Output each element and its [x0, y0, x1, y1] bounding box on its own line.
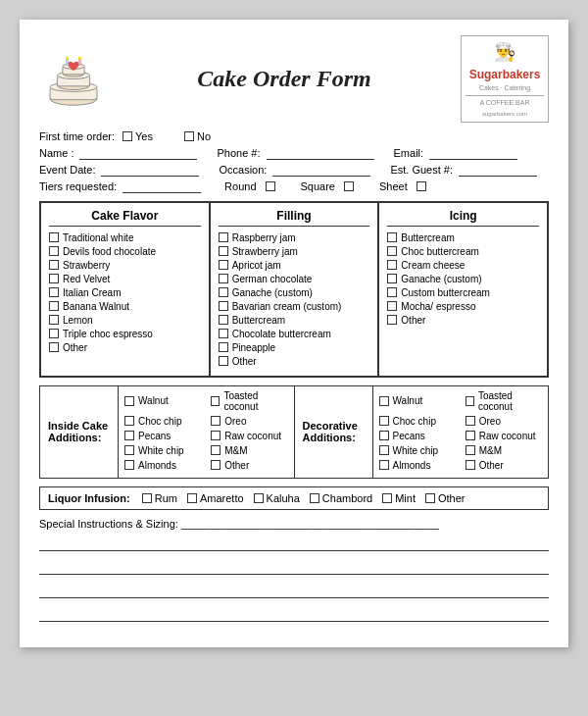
- checkbox[interactable]: [124, 431, 134, 440]
- round-checkbox[interactable]: [266, 181, 275, 191]
- checkbox[interactable]: [379, 431, 389, 440]
- cake-order-form: Cake Order Form 👨‍🍳 Sugarbakers Cakes · …: [20, 20, 568, 647]
- check-label: Cream cheese: [401, 260, 465, 271]
- checkbox[interactable]: [379, 396, 389, 406]
- phone-input[interactable]: [267, 146, 374, 160]
- check-item: M&M: [211, 445, 287, 456]
- checkbox[interactable]: [49, 246, 59, 256]
- checkbox[interactable]: [49, 274, 59, 283]
- checkbox[interactable]: [219, 356, 228, 366]
- first-time-no-checkbox[interactable]: [184, 131, 194, 141]
- check-item: Walnut: [124, 390, 201, 412]
- checkbox[interactable]: [379, 416, 389, 426]
- checkbox[interactable]: [211, 460, 220, 470]
- check-item: Almonds: [124, 460, 201, 471]
- checkbox[interactable]: [466, 416, 475, 426]
- check-label: Walnut: [138, 395, 169, 406]
- liquor-checkbox[interactable]: [425, 493, 435, 503]
- occasion-input[interactable]: [272, 163, 370, 177]
- liquor-checkbox[interactable]: [254, 493, 264, 503]
- special-line-1[interactable]: [39, 534, 549, 551]
- checkbox[interactable]: [49, 342, 59, 352]
- checkbox[interactable]: [387, 315, 397, 325]
- check-item: Other: [49, 342, 201, 353]
- checkbox[interactable]: [387, 232, 397, 242]
- check-label: Oreo: [224, 416, 246, 427]
- check-item: Raspberry jam: [219, 232, 370, 243]
- checkbox[interactable]: [211, 431, 220, 440]
- special-line-4[interactable]: [39, 604, 549, 622]
- checkbox[interactable]: [124, 416, 134, 426]
- checkbox[interactable]: [124, 445, 134, 455]
- check-item: Pecans: [379, 431, 456, 441]
- tiers-input[interactable]: [122, 179, 201, 193]
- check-item: Choc buttercream: [387, 246, 539, 257]
- liquor-checkbox[interactable]: [382, 493, 392, 503]
- logo-right: 👨‍🍳 Sugarbakers Cakes · Catering A COFFE…: [461, 35, 549, 123]
- checkbox[interactable]: [387, 274, 397, 283]
- checkbox[interactable]: [219, 260, 228, 270]
- check-label: Strawberry jam: [232, 246, 298, 257]
- check-item: Cream cheese: [387, 260, 539, 271]
- checkbox[interactable]: [124, 396, 134, 406]
- checkbox[interactable]: [219, 342, 228, 352]
- checkbox[interactable]: [211, 445, 220, 455]
- checkbox[interactable]: [379, 445, 389, 455]
- check-item: White chip: [379, 445, 456, 456]
- checkbox[interactable]: [466, 460, 475, 470]
- checkbox[interactable]: [219, 301, 228, 311]
- checkbox[interactable]: [49, 260, 59, 270]
- liquor-checkbox[interactable]: [142, 493, 152, 503]
- check-label: Toasted coconut: [223, 390, 287, 412]
- liquor-item-label: Mint: [395, 492, 416, 504]
- event-date-input[interactable]: [101, 163, 199, 177]
- checkbox[interactable]: [466, 431, 475, 440]
- checkbox[interactable]: [219, 315, 228, 325]
- round-label: Round: [224, 180, 256, 192]
- additions-section: Inside CakeAdditions: WalnutToasted coco…: [39, 385, 549, 479]
- checkbox[interactable]: [49, 301, 59, 311]
- filling-section: Filling Raspberry jamStrawberry jamApric…: [210, 202, 379, 377]
- special-instructions-label: Special Instructions & Sizing: _________…: [39, 518, 549, 530]
- checkbox[interactable]: [219, 274, 228, 283]
- checkbox[interactable]: [387, 301, 397, 311]
- liquor-item: Amaretto: [187, 492, 244, 504]
- checkbox[interactable]: [49, 232, 59, 242]
- checkbox[interactable]: [466, 445, 475, 455]
- checkbox[interactable]: [466, 396, 474, 406]
- checkbox[interactable]: [49, 315, 59, 325]
- name-input[interactable]: [79, 146, 197, 160]
- checkbox[interactable]: [211, 416, 220, 426]
- checkbox[interactable]: [219, 246, 228, 256]
- tiers-label: Tiers requested:: [39, 180, 117, 192]
- liquor-label: Liquor Infusion:: [48, 492, 130, 504]
- check-item: Ganache (custom): [219, 287, 370, 298]
- brand-name: Sugarbakers: [466, 67, 544, 83]
- email-input[interactable]: [429, 146, 517, 160]
- checkbox[interactable]: [49, 329, 59, 338]
- brand-contact: sugarbakers.com: [466, 110, 544, 118]
- check-item: Bavarian cream (custom): [219, 301, 370, 312]
- checkbox[interactable]: [211, 396, 220, 406]
- checkbox[interactable]: [387, 287, 397, 297]
- est-guest-input[interactable]: [459, 163, 537, 177]
- check-label: Apricot jam: [232, 260, 281, 271]
- checkbox[interactable]: [387, 260, 397, 270]
- check-item: Choc chip: [379, 416, 456, 427]
- name-label: Name :: [39, 147, 74, 159]
- sheet-checkbox[interactable]: [416, 181, 426, 191]
- square-checkbox[interactable]: [344, 181, 354, 191]
- checkbox[interactable]: [49, 287, 59, 297]
- liquor-checkbox[interactable]: [187, 493, 197, 503]
- checkbox[interactable]: [387, 246, 397, 256]
- checkbox[interactable]: [219, 329, 228, 338]
- checkbox[interactable]: [379, 460, 389, 470]
- event-date-row: Event Date: Occasion: Est. Guest #:: [39, 163, 549, 177]
- checkbox[interactable]: [219, 232, 228, 242]
- liquor-checkbox[interactable]: [310, 493, 319, 503]
- checkbox[interactable]: [124, 460, 134, 470]
- first-time-yes-checkbox[interactable]: [122, 131, 132, 141]
- special-line-3[interactable]: [39, 581, 549, 598]
- special-line-2[interactable]: [39, 557, 549, 575]
- checkbox[interactable]: [219, 287, 228, 297]
